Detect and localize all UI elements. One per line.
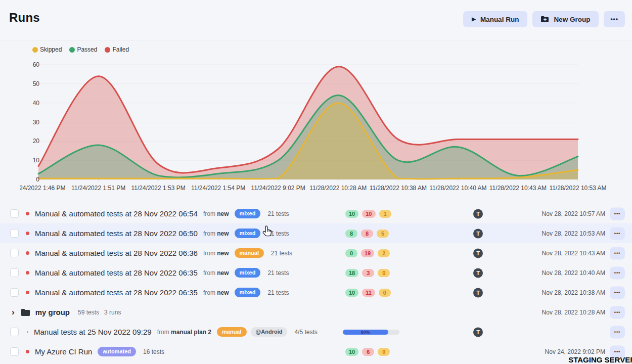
passed-count-pill: 10	[345, 289, 358, 297]
badge-automated: automated	[98, 347, 136, 356]
failed-count-pill: 6	[362, 348, 374, 356]
legend-label: Skipped	[40, 46, 62, 53]
tests-count-label: 21 tests	[267, 289, 289, 296]
run-row[interactable]: Manual & automated tests at 28 Nov 2022 …	[0, 204, 632, 223]
new-group-button[interactable]: New Group	[532, 11, 599, 27]
group-row[interactable]: › my group 59 tests 3 runs Nov 28, 2022 …	[0, 302, 632, 322]
run-badges: mixed	[235, 209, 261, 218]
row-more-button[interactable]: •••	[610, 266, 625, 279]
row-checkbox[interactable]	[10, 268, 19, 277]
skipped-count-pill: 0	[379, 289, 391, 297]
run-title[interactable]: Manual tests at 25 Nov 2022 09:29	[34, 328, 152, 336]
passed-count-pill: 0	[345, 249, 357, 257]
row-checkbox[interactable]	[10, 347, 19, 356]
result-counts: 1830	[345, 269, 390, 277]
status-dot	[26, 271, 29, 275]
result-counts: 1060	[345, 348, 390, 356]
chevron-right-icon[interactable]: ›	[12, 308, 15, 316]
y-tick-label: 40	[20, 100, 39, 107]
x-tick-label: 11/28/2022 10:40 AM	[429, 185, 486, 192]
avatar: T	[473, 209, 483, 218]
page-title: Runs	[9, 11, 40, 25]
badge-manual: manual	[217, 327, 247, 336]
row-more-button[interactable]: •••	[610, 247, 625, 259]
page-header: Runs ▶ Manual Run New Group •••	[0, 0, 632, 40]
passed-count-pill: 10	[345, 348, 358, 356]
badge-mixed: mixed	[235, 268, 261, 277]
folder-icon	[21, 309, 30, 316]
failed-count-pill: 10	[362, 210, 375, 218]
skipped-count-pill: 5	[377, 230, 389, 238]
status-dot	[26, 251, 29, 255]
run-row[interactable]: My Azure CI Run automated 16 tests 1060 …	[0, 342, 632, 361]
run-source: from new	[203, 269, 229, 277]
run-source: from new	[203, 289, 229, 296]
row-more-button[interactable]: •••	[610, 326, 625, 338]
row-more-button[interactable]: •••	[610, 227, 625, 240]
run-badges: mixed	[235, 229, 261, 238]
result-counts: 10101	[345, 210, 391, 218]
manual-run-button[interactable]: ▶ Manual Run	[463, 11, 527, 27]
row-checkbox[interactable]	[10, 249, 19, 257]
group-runs-count: 3 runs	[104, 309, 121, 316]
status-dot	[26, 232, 29, 235]
result-counts: 885	[345, 230, 389, 238]
passed-count-pill: 18	[345, 269, 358, 277]
run-source: from new	[203, 250, 229, 257]
x-tick-label: 11/24/2022 9:02 PM	[251, 185, 305, 192]
run-title[interactable]: Manual & automated tests at 28 Nov 2022 …	[35, 229, 198, 238]
chart-canvas	[0, 40, 632, 187]
run-row[interactable]: Manual & automated tests at 28 Nov 2022 …	[0, 283, 632, 302]
y-tick-label: 30	[20, 119, 39, 126]
y-tick-label: 10	[20, 157, 39, 164]
passed-count-pill: 8	[345, 230, 357, 238]
run-badges: manual	[235, 248, 264, 257]
legend-dot-icon	[105, 47, 110, 53]
run-title[interactable]: Manual & automated tests at 28 Nov 2022 …	[35, 288, 198, 297]
skipped-count-pill: 1	[379, 210, 391, 218]
row-more-button[interactable]: •••	[610, 207, 625, 220]
play-icon: ▶	[472, 17, 476, 22]
row-checkbox[interactable]	[10, 229, 19, 238]
folder-plus-icon	[541, 16, 549, 23]
row-checkbox[interactable]	[10, 209, 19, 218]
legend-dot-icon	[32, 47, 38, 53]
status-dot	[26, 212, 29, 215]
group-name[interactable]: my group	[35, 308, 70, 316]
run-row[interactable]: Manual tests at 25 Nov 2022 09:29 from m…	[0, 322, 632, 342]
x-tick-label: 11/24/2022 1:46 PM	[20, 185, 66, 192]
run-title[interactable]: Manual & automated tests at 28 Nov 2022 …	[35, 209, 198, 218]
legend-label: Failed	[112, 46, 129, 53]
run-row[interactable]: Manual & automated tests at 28 Nov 2022 …	[0, 223, 632, 243]
runs-chart: SkippedPassedFailed 0102030405060 11/24/…	[0, 40, 632, 197]
run-date: Nov 28, 2022 10:38 AM	[542, 289, 605, 296]
run-title[interactable]: My Azure CI Run	[35, 347, 92, 356]
failed-count-pill: 3	[362, 269, 374, 277]
tests-count-label: 21 tests	[267, 210, 289, 217]
y-tick-label: 20	[20, 138, 39, 145]
header-more-button[interactable]: •••	[604, 11, 625, 27]
row-more-button[interactable]: •••	[610, 286, 625, 299]
run-source: from manual plan 2	[157, 329, 211, 336]
run-date: Nov 28, 2022 10:43 AM	[542, 250, 605, 257]
run-title[interactable]: Manual & automated tests at 28 Nov 2022 …	[35, 268, 198, 277]
group-tests-count: 59 tests	[78, 309, 99, 316]
run-badges: mixed	[235, 288, 261, 297]
runs-list: Manual & automated tests at 28 Nov 2022 …	[0, 204, 632, 361]
run-row[interactable]: Manual & automated tests at 28 Nov 2022 …	[0, 263, 632, 283]
legend-item-failed: Failed	[105, 46, 129, 53]
badge-mixed: mixed	[235, 288, 261, 297]
legend-item-passed: Passed	[69, 46, 97, 53]
y-tick-label: 50	[20, 80, 39, 87]
legend-label: Passed	[77, 46, 97, 53]
tests-count-label: 21 tests	[271, 250, 292, 257]
row-more-button[interactable]: •••	[610, 306, 625, 318]
run-source: from new	[203, 230, 229, 237]
run-row[interactable]: Manual & automated tests at 28 Nov 2022 …	[0, 243, 632, 263]
run-source: from new	[203, 210, 229, 217]
avatar: T	[473, 327, 483, 337]
y-tick-label: 0	[20, 176, 39, 183]
run-title[interactable]: Manual & automated tests at 28 Nov 2022 …	[35, 249, 198, 257]
row-checkbox[interactable]	[10, 328, 19, 336]
row-checkbox[interactable]	[10, 288, 19, 297]
